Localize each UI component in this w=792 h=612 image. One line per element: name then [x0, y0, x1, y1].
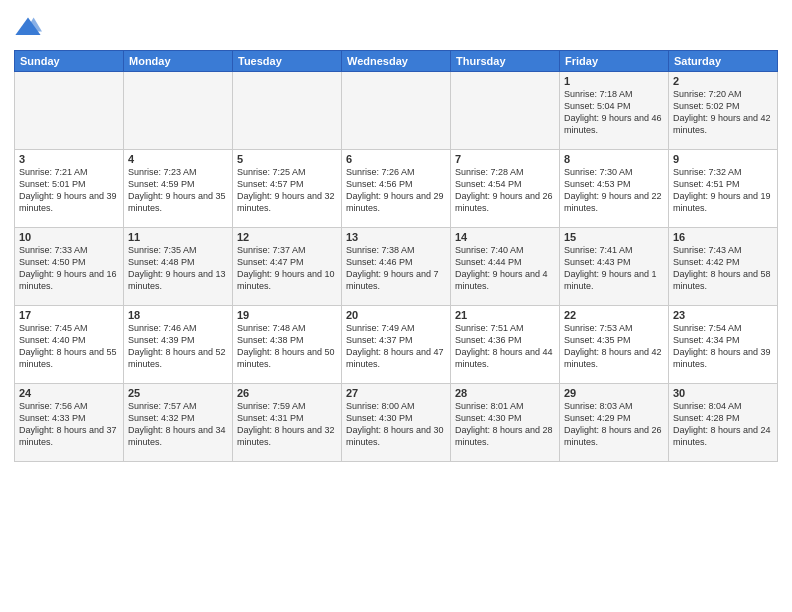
calendar-cell: 1Sunrise: 7:18 AM Sunset: 5:04 PM Daylig…: [560, 72, 669, 150]
header: [14, 10, 778, 42]
day-number: 23: [673, 309, 773, 321]
day-number: 4: [128, 153, 228, 165]
day-number: 3: [19, 153, 119, 165]
weekday-header-monday: Monday: [124, 51, 233, 72]
week-row-3: 17Sunrise: 7:45 AM Sunset: 4:40 PM Dayli…: [15, 306, 778, 384]
day-number: 26: [237, 387, 337, 399]
week-row-1: 3Sunrise: 7:21 AM Sunset: 5:01 PM Daylig…: [15, 150, 778, 228]
day-info: Sunrise: 7:57 AM Sunset: 4:32 PM Dayligh…: [128, 400, 228, 449]
day-info: Sunrise: 7:40 AM Sunset: 4:44 PM Dayligh…: [455, 244, 555, 293]
day-info: Sunrise: 8:01 AM Sunset: 4:30 PM Dayligh…: [455, 400, 555, 449]
day-info: Sunrise: 7:56 AM Sunset: 4:33 PM Dayligh…: [19, 400, 119, 449]
day-info: Sunrise: 7:43 AM Sunset: 4:42 PM Dayligh…: [673, 244, 773, 293]
calendar-cell: 19Sunrise: 7:48 AM Sunset: 4:38 PM Dayli…: [233, 306, 342, 384]
day-number: 30: [673, 387, 773, 399]
calendar-cell: 4Sunrise: 7:23 AM Sunset: 4:59 PM Daylig…: [124, 150, 233, 228]
day-number: 10: [19, 231, 119, 243]
day-info: Sunrise: 7:45 AM Sunset: 4:40 PM Dayligh…: [19, 322, 119, 371]
day-number: 13: [346, 231, 446, 243]
calendar-cell: 30Sunrise: 8:04 AM Sunset: 4:28 PM Dayli…: [669, 384, 778, 462]
calendar-cell: [15, 72, 124, 150]
calendar-cell: 28Sunrise: 8:01 AM Sunset: 4:30 PM Dayli…: [451, 384, 560, 462]
logo: [14, 14, 44, 42]
day-info: Sunrise: 7:18 AM Sunset: 5:04 PM Dayligh…: [564, 88, 664, 137]
calendar-cell: 15Sunrise: 7:41 AM Sunset: 4:43 PM Dayli…: [560, 228, 669, 306]
day-number: 14: [455, 231, 555, 243]
day-info: Sunrise: 7:30 AM Sunset: 4:53 PM Dayligh…: [564, 166, 664, 215]
day-number: 15: [564, 231, 664, 243]
calendar-cell: 11Sunrise: 7:35 AM Sunset: 4:48 PM Dayli…: [124, 228, 233, 306]
calendar-cell: 3Sunrise: 7:21 AM Sunset: 5:01 PM Daylig…: [15, 150, 124, 228]
calendar-cell: 16Sunrise: 7:43 AM Sunset: 4:42 PM Dayli…: [669, 228, 778, 306]
day-info: Sunrise: 7:38 AM Sunset: 4:46 PM Dayligh…: [346, 244, 446, 293]
day-number: 16: [673, 231, 773, 243]
day-info: Sunrise: 7:21 AM Sunset: 5:01 PM Dayligh…: [19, 166, 119, 215]
calendar: SundayMondayTuesdayWednesdayThursdayFrid…: [14, 50, 778, 462]
day-number: 18: [128, 309, 228, 321]
calendar-cell: 23Sunrise: 7:54 AM Sunset: 4:34 PM Dayli…: [669, 306, 778, 384]
day-info: Sunrise: 7:25 AM Sunset: 4:57 PM Dayligh…: [237, 166, 337, 215]
day-info: Sunrise: 7:35 AM Sunset: 4:48 PM Dayligh…: [128, 244, 228, 293]
calendar-cell: 10Sunrise: 7:33 AM Sunset: 4:50 PM Dayli…: [15, 228, 124, 306]
day-number: 11: [128, 231, 228, 243]
calendar-cell: 17Sunrise: 7:45 AM Sunset: 4:40 PM Dayli…: [15, 306, 124, 384]
day-number: 5: [237, 153, 337, 165]
day-number: 25: [128, 387, 228, 399]
calendar-cell: 12Sunrise: 7:37 AM Sunset: 4:47 PM Dayli…: [233, 228, 342, 306]
weekday-header-sunday: Sunday: [15, 51, 124, 72]
calendar-cell: [124, 72, 233, 150]
day-number: 19: [237, 309, 337, 321]
day-info: Sunrise: 7:48 AM Sunset: 4:38 PM Dayligh…: [237, 322, 337, 371]
calendar-cell: [342, 72, 451, 150]
day-number: 9: [673, 153, 773, 165]
day-number: 24: [19, 387, 119, 399]
calendar-cell: 20Sunrise: 7:49 AM Sunset: 4:37 PM Dayli…: [342, 306, 451, 384]
weekday-header-tuesday: Tuesday: [233, 51, 342, 72]
calendar-cell: 8Sunrise: 7:30 AM Sunset: 4:53 PM Daylig…: [560, 150, 669, 228]
calendar-cell: 21Sunrise: 7:51 AM Sunset: 4:36 PM Dayli…: [451, 306, 560, 384]
calendar-cell: 14Sunrise: 7:40 AM Sunset: 4:44 PM Dayli…: [451, 228, 560, 306]
day-number: 6: [346, 153, 446, 165]
week-row-0: 1Sunrise: 7:18 AM Sunset: 5:04 PM Daylig…: [15, 72, 778, 150]
day-info: Sunrise: 7:23 AM Sunset: 4:59 PM Dayligh…: [128, 166, 228, 215]
day-number: 7: [455, 153, 555, 165]
calendar-cell: 9Sunrise: 7:32 AM Sunset: 4:51 PM Daylig…: [669, 150, 778, 228]
day-info: Sunrise: 7:41 AM Sunset: 4:43 PM Dayligh…: [564, 244, 664, 293]
day-info: Sunrise: 7:46 AM Sunset: 4:39 PM Dayligh…: [128, 322, 228, 371]
day-info: Sunrise: 7:53 AM Sunset: 4:35 PM Dayligh…: [564, 322, 664, 371]
calendar-cell: 5Sunrise: 7:25 AM Sunset: 4:57 PM Daylig…: [233, 150, 342, 228]
page-container: SundayMondayTuesdayWednesdayThursdayFrid…: [0, 0, 792, 612]
day-info: Sunrise: 7:28 AM Sunset: 4:54 PM Dayligh…: [455, 166, 555, 215]
day-number: 27: [346, 387, 446, 399]
calendar-cell: 6Sunrise: 7:26 AM Sunset: 4:56 PM Daylig…: [342, 150, 451, 228]
calendar-cell: 29Sunrise: 8:03 AM Sunset: 4:29 PM Dayli…: [560, 384, 669, 462]
day-info: Sunrise: 7:20 AM Sunset: 5:02 PM Dayligh…: [673, 88, 773, 137]
day-number: 2: [673, 75, 773, 87]
weekday-header-wednesday: Wednesday: [342, 51, 451, 72]
weekday-header-thursday: Thursday: [451, 51, 560, 72]
day-info: Sunrise: 7:32 AM Sunset: 4:51 PM Dayligh…: [673, 166, 773, 215]
calendar-cell: 24Sunrise: 7:56 AM Sunset: 4:33 PM Dayli…: [15, 384, 124, 462]
day-number: 21: [455, 309, 555, 321]
day-number: 1: [564, 75, 664, 87]
calendar-cell: [451, 72, 560, 150]
day-info: Sunrise: 8:04 AM Sunset: 4:28 PM Dayligh…: [673, 400, 773, 449]
calendar-cell: 27Sunrise: 8:00 AM Sunset: 4:30 PM Dayli…: [342, 384, 451, 462]
day-info: Sunrise: 8:03 AM Sunset: 4:29 PM Dayligh…: [564, 400, 664, 449]
weekday-header-row: SundayMondayTuesdayWednesdayThursdayFrid…: [15, 51, 778, 72]
calendar-cell: 2Sunrise: 7:20 AM Sunset: 5:02 PM Daylig…: [669, 72, 778, 150]
day-info: Sunrise: 7:37 AM Sunset: 4:47 PM Dayligh…: [237, 244, 337, 293]
day-info: Sunrise: 7:54 AM Sunset: 4:34 PM Dayligh…: [673, 322, 773, 371]
day-number: 17: [19, 309, 119, 321]
day-number: 20: [346, 309, 446, 321]
day-info: Sunrise: 8:00 AM Sunset: 4:30 PM Dayligh…: [346, 400, 446, 449]
day-info: Sunrise: 7:59 AM Sunset: 4:31 PM Dayligh…: [237, 400, 337, 449]
calendar-cell: [233, 72, 342, 150]
calendar-cell: 22Sunrise: 7:53 AM Sunset: 4:35 PM Dayli…: [560, 306, 669, 384]
calendar-cell: 18Sunrise: 7:46 AM Sunset: 4:39 PM Dayli…: [124, 306, 233, 384]
day-info: Sunrise: 7:51 AM Sunset: 4:36 PM Dayligh…: [455, 322, 555, 371]
week-row-2: 10Sunrise: 7:33 AM Sunset: 4:50 PM Dayli…: [15, 228, 778, 306]
weekday-header-friday: Friday: [560, 51, 669, 72]
calendar-cell: 13Sunrise: 7:38 AM Sunset: 4:46 PM Dayli…: [342, 228, 451, 306]
day-info: Sunrise: 7:33 AM Sunset: 4:50 PM Dayligh…: [19, 244, 119, 293]
